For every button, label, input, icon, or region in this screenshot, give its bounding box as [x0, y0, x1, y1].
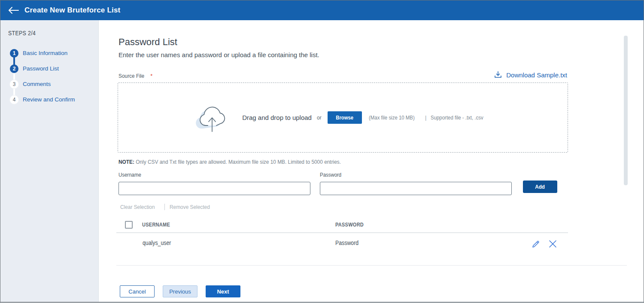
remove-selected-link[interactable]: Remove Selected — [170, 204, 216, 210]
drag-drop-text: Drag and drop to upload — [242, 114, 312, 121]
note-text: NOTE: Only CSV and Txt file types are al… — [118, 159, 371, 165]
step-number-badge: 2 — [10, 64, 18, 73]
step-number-badge: 3 — [10, 80, 18, 89]
download-icon — [494, 71, 502, 79]
section-subtitle: Enter the user names and password or upl… — [118, 51, 319, 58]
delete-row-button[interactable] — [548, 239, 557, 248]
username-input[interactable] — [118, 182, 310, 195]
download-sample-label: Download Sample.txt — [506, 71, 567, 79]
password-label: Password — [320, 171, 344, 178]
sidebar-step-password-list[interactable]: 2 Password List — [0, 64, 99, 73]
pencil-icon — [532, 239, 541, 248]
steps-sidebar: STEPS 2/4 1 Basic Information 2 Password… — [0, 20, 99, 302]
list-actions: Clear Selection Remove Selected — [120, 204, 215, 210]
header-bar: Create New Bruteforce List — [0, 0, 644, 20]
cancel-button[interactable]: Cancel — [120, 285, 155, 297]
create-bruteforce-list-window: Create New Bruteforce List STEPS 2/4 1 B… — [0, 0, 644, 303]
row-username-cell: qualys_user — [143, 239, 175, 246]
sidebar-step-basic-information[interactable]: 1 Basic Information — [0, 49, 99, 58]
clear-selection-link[interactable]: Clear Selection — [120, 204, 160, 210]
actions-divider — [164, 204, 165, 210]
table-header-divider — [116, 233, 568, 233]
password-input[interactable] — [320, 182, 512, 195]
table-row-divider — [116, 265, 627, 266]
required-asterisk: * — [150, 73, 152, 79]
step-label: Review and Confirm — [23, 96, 75, 103]
edit-row-button[interactable] — [532, 239, 541, 248]
username-label: Username — [118, 171, 144, 178]
or-text: or — [317, 115, 322, 121]
source-file-label: Source File* — [118, 73, 152, 79]
file-constraints-text: (Max file size 10 MB)|Supported file - .… — [369, 114, 491, 121]
file-dropzone[interactable]: Drag and drop to upload or Browse (Max f… — [118, 83, 568, 153]
step-label: Password List — [23, 65, 59, 72]
step-label: Basic Information — [23, 50, 67, 56]
step-number-badge: 4 — [10, 95, 18, 104]
section-title: Password List — [118, 37, 177, 48]
main-content: Password List Enter the user names and p… — [99, 20, 644, 302]
previous-button[interactable]: Previous — [163, 285, 197, 297]
step-number-badge: 1 — [10, 49, 18, 58]
meta-divider: | — [425, 114, 426, 121]
next-button[interactable]: Next — [206, 285, 240, 297]
vertical-scrollbar-thumb[interactable] — [624, 36, 628, 185]
download-sample-link[interactable]: Download Sample.txt — [494, 71, 567, 79]
select-all-checkbox[interactable] — [125, 221, 133, 229]
close-icon — [548, 239, 557, 248]
arrow-left-icon — [7, 6, 19, 14]
row-password-cell: Password — [335, 239, 361, 246]
sidebar-step-comments[interactable]: 3 Comments — [0, 80, 99, 89]
column-header-username: USERNAME — [142, 222, 174, 228]
page-title: Create New Bruteforce List — [24, 6, 120, 15]
step-label: Comments — [23, 81, 51, 87]
sidebar-step-review-confirm[interactable]: 4 Review and Confirm — [0, 95, 99, 104]
column-header-password: PASSWORD — [335, 222, 368, 228]
browse-button[interactable]: Browse — [328, 111, 362, 124]
add-button[interactable]: Add — [523, 181, 557, 193]
cloud-upload-icon — [195, 102, 231, 133]
steps-progress-label: STEPS 2/4 — [8, 30, 39, 37]
back-button[interactable] — [7, 6, 20, 15]
